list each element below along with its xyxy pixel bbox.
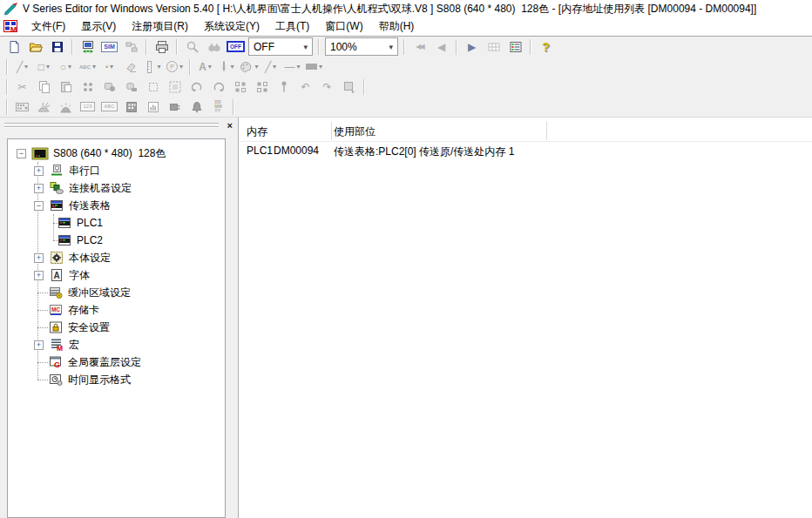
- memory-grid-view-button[interactable]: [484, 38, 504, 56]
- jump-memory-button[interactable]: ◀◀: [409, 38, 430, 56]
- line-style-button[interactable]: ╱▾: [261, 58, 281, 76]
- menu-tools[interactable]: 工具(T): [267, 17, 317, 36]
- text-display-button[interactable]: ABC: [99, 98, 119, 116]
- help-button[interactable]: ?: [536, 38, 556, 56]
- pin-position-button[interactable]: [274, 78, 294, 96]
- transfer-button[interactable]: [78, 38, 98, 56]
- ellipse-tool-button[interactable]: ○▾: [56, 58, 76, 76]
- buffer-area-icon: [49, 286, 63, 299]
- distribute-pattern-button[interactable]: [252, 78, 272, 96]
- onoff-select[interactable]: OFF ▾: [248, 37, 313, 56]
- date-format-button[interactable]: DD MM YY: [208, 98, 228, 116]
- alarm-part-button[interactable]: [56, 98, 76, 116]
- undo-button[interactable]: ↶: [295, 78, 315, 96]
- next-memory-button[interactable]: ▶: [462, 38, 482, 56]
- select-area-button[interactable]: [143, 78, 163, 96]
- toolbar-separator: [456, 39, 457, 55]
- tree-item-plc1[interactable]: PLC1: [8, 214, 225, 232]
- palette-tool-button[interactable]: ▾: [239, 58, 259, 76]
- expand-toggle[interactable]: +: [34, 340, 44, 350]
- svg-text:G: G: [54, 360, 60, 369]
- eraser-tool-button[interactable]: [121, 58, 141, 76]
- select-all-button[interactable]: [165, 78, 185, 96]
- simulator-button[interactable]: SIM: [99, 38, 119, 56]
- tree-item-global-overlap[interactable]: G 全局覆盖层设定: [8, 353, 225, 371]
- fill-color-button[interactable]: ▾: [304, 58, 324, 76]
- align-pattern-button[interactable]: [230, 78, 250, 96]
- pen-tool-button[interactable]: ▾: [217, 58, 237, 76]
- eraser-icon: [125, 60, 139, 74]
- rectangle-tool-button[interactable]: □▾: [34, 58, 54, 76]
- numeric-display-button[interactable]: 123: [78, 98, 98, 116]
- ungroup-button[interactable]: [121, 78, 141, 96]
- ruler-tool-button[interactable]: ▾: [143, 58, 163, 76]
- tree-item-unit-setting[interactable]: + 本体设定: [8, 249, 225, 266]
- onoff-display-button[interactable]: OFF: [226, 38, 246, 56]
- column-header-memory: 内存: [247, 124, 267, 139]
- print-button[interactable]: [152, 38, 172, 56]
- menu-bar: M 文件(F) 显示(V) 注册项目(R) 系统设定(Y) 工具(T) 窗口(W…: [0, 17, 812, 37]
- parts-p-button[interactable]: P▾: [165, 58, 185, 76]
- search-memory-button[interactable]: [182, 38, 202, 56]
- expand-toggle[interactable]: −: [17, 149, 26, 158]
- multi-copy-button[interactable]: [78, 78, 98, 96]
- tree-item-plc2[interactable]: PLC2: [8, 232, 225, 249]
- tree-item-security[interactable]: 安全设置: [8, 319, 225, 336]
- keypad-display-button[interactable]: [121, 98, 141, 116]
- toolbar-standard: SIM: [0, 37, 812, 57]
- search-next-button[interactable]: [204, 38, 224, 56]
- end-edit-button[interactable]: [339, 78, 359, 96]
- paste-button[interactable]: [56, 78, 76, 96]
- tree-item-font[interactable]: + A 字体: [8, 266, 225, 284]
- connector-part-button[interactable]: [165, 98, 185, 116]
- redo-button[interactable]: ↷: [317, 78, 337, 96]
- prev-memory-button[interactable]: ◀: [431, 38, 451, 56]
- dot-tool-button[interactable]: •▾: [99, 58, 119, 76]
- tree-item-s808-root[interactable]: − S808 (640 * 480) 128色: [8, 145, 225, 162]
- memory-list-view-button[interactable]: [505, 38, 525, 56]
- open-folder-icon: [29, 40, 43, 54]
- tree-item-memory-card[interactable]: MC 存储卡: [8, 301, 225, 319]
- save-button[interactable]: [47, 38, 67, 56]
- text-tool-button[interactable]: ABC▾: [78, 58, 98, 76]
- new-file-button[interactable]: [3, 38, 24, 56]
- tree-item-connected-device[interactable]: + 连接机器设定: [8, 179, 225, 197]
- menu-register-item[interactable]: 注册项目(R): [124, 17, 196, 36]
- rotate-right-button[interactable]: [208, 78, 228, 96]
- switch-part-button[interactable]: [12, 98, 32, 116]
- line-style-icon: ╱: [265, 62, 271, 72]
- expand-toggle[interactable]: +: [34, 166, 44, 176]
- network-transfer-button[interactable]: [121, 38, 141, 56]
- tree-item-macro[interactable]: + M 宏: [8, 336, 225, 353]
- menu-window[interactable]: 窗口(W): [317, 17, 370, 36]
- expand-toggle[interactable]: −: [34, 201, 44, 211]
- expand-toggle[interactable]: +: [34, 184, 44, 193]
- graph-part-button[interactable]: [143, 98, 163, 116]
- tree-item-time-format[interactable]: 时间显示格式: [8, 371, 225, 388]
- tree-item-transfer-table[interactable]: − 传送表格: [8, 197, 225, 214]
- bell-part-button[interactable]: [186, 98, 206, 116]
- expand-toggle[interactable]: +: [34, 253, 44, 263]
- menu-system-setting[interactable]: 系统设定(Y): [196, 17, 267, 36]
- open-file-button[interactable]: [25, 38, 45, 56]
- tree-item-buffer-area[interactable]: 缓冲区域设定: [8, 284, 225, 301]
- menu-help[interactable]: 帮助(H): [371, 17, 423, 36]
- font-tool-button[interactable]: A▾: [195, 58, 215, 76]
- expand-toggle[interactable]: +: [34, 271, 44, 280]
- group-button[interactable]: [99, 78, 119, 96]
- close-panel-button[interactable]: ×: [227, 119, 233, 131]
- line-width-button[interactable]: —▾: [282, 58, 302, 76]
- table-row[interactable]: PLC1 DM00094 传送表格:PLC2[0] 传送原/传送处内存 1: [239, 142, 812, 159]
- svg-text:A: A: [53, 271, 59, 280]
- lamp-part-button[interactable]: [34, 98, 54, 116]
- line-tool-button[interactable]: ╱▾: [12, 58, 32, 76]
- panel-grip-handle[interactable]: [4, 123, 219, 130]
- menu-file[interactable]: 文件(F): [24, 17, 73, 36]
- tree-item-serial-port[interactable]: + 串行口: [8, 162, 225, 179]
- cut-button[interactable]: ✂: [12, 78, 32, 96]
- rotate-left-button[interactable]: [186, 78, 206, 96]
- copy-button[interactable]: [34, 78, 54, 96]
- app-window: V Series Editor for Windows Version 5.40…: [0, 0, 812, 518]
- menu-view[interactable]: 显示(V): [73, 17, 124, 36]
- zoom-select[interactable]: 100% ▾: [325, 37, 398, 56]
